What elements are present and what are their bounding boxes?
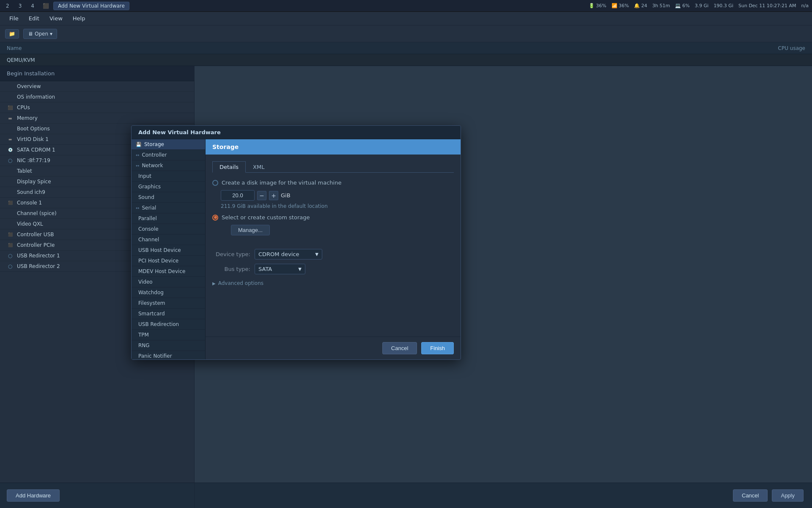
dialog-cancel-button[interactable]: Cancel (382, 342, 417, 354)
panic-nav-label: Panic Notifier (138, 353, 172, 359)
dialog-nav-parallel[interactable]: Parallel (132, 213, 205, 224)
advanced-options-toggle[interactable]: Advanced options (212, 279, 454, 288)
ctrl-usb-icon: ⬛ (7, 231, 14, 238)
dialog-nav-tpm[interactable]: TPM (132, 330, 205, 340)
active-window-label[interactable]: Add New Virtual Hardware (53, 2, 129, 10)
cpu-icon: ⬛ (7, 104, 14, 111)
cdrom-icon: 💿 (7, 146, 14, 153)
dialog-nav-mdev-host[interactable]: MDEV Host Device (132, 266, 205, 277)
storage-nav-icon: 💾 (136, 142, 142, 147)
display-icon (7, 178, 14, 185)
menu-edit[interactable]: Edit (25, 14, 44, 23)
open-btn-label: Open (35, 31, 48, 37)
column-headers: Name CPU usage (0, 42, 812, 54)
create-disk-radio[interactable] (212, 180, 218, 186)
dialog-nav-serial[interactable]: ↔ Serial (132, 203, 205, 213)
dialog-nav-usb-redir[interactable]: USB Redirection (132, 319, 205, 330)
input-nav-label: Input (138, 173, 151, 179)
tab-details[interactable]: Details (212, 161, 246, 173)
controller-nav-label: Controller (142, 152, 167, 158)
dialog-nav-rng[interactable]: RNG (132, 340, 205, 351)
dialog-nav-channel[interactable]: Channel (132, 235, 205, 245)
main-cancel-button[interactable]: Cancel (733, 489, 768, 502)
cpu-icon: 💻 (675, 3, 681, 8)
hw-item-overview[interactable]: Overview (0, 81, 194, 92)
main-btn-row: Cancel Apply (195, 483, 812, 508)
misc-status: n/a (801, 3, 809, 8)
toolbar-open-btn[interactable]: 🖥 Open ▾ (23, 29, 57, 39)
mdev-nav-label: MDEV Host Device (138, 268, 185, 274)
dialog-nav-smartcard[interactable]: Smartcard (132, 309, 205, 319)
hw-label-ctrl-pcie: Controller PCIe (17, 242, 55, 248)
dialog-nav-sound[interactable]: Sound (132, 192, 205, 203)
hw-item-cpus[interactable]: ⬛ CPUs (0, 102, 194, 113)
device-type-select[interactable]: CDROM device ▼ (255, 249, 322, 260)
menu-view[interactable]: View (45, 14, 67, 23)
toolbar: 📁 🖥 Open ▾ (0, 25, 812, 42)
taskbar-tab-2[interactable]: 2 (3, 2, 12, 10)
vm-item-row[interactable]: QEMU/KVM (0, 54, 812, 66)
serial-nav-label: Serial (142, 205, 156, 211)
folder-icon: 📁 (9, 31, 15, 37)
hw-label-cpus: CPUs (17, 105, 30, 110)
dialog-finish-button[interactable]: Finish (421, 342, 454, 354)
bus-type-value: SATA (258, 266, 272, 272)
add-hardware-button[interactable]: Add Hardware (7, 489, 60, 502)
dialog-nav-controller[interactable]: ↔ Controller (132, 150, 205, 160)
hw-item-os-info[interactable]: OS information (0, 92, 194, 102)
dialog-nav-filesystem[interactable]: Filesystem (132, 298, 205, 309)
disk-size-input[interactable] (221, 190, 255, 201)
dialog-content: Storage Details XML Create a disk image … (206, 139, 461, 359)
dialog-nav-watchdog[interactable]: Watchdog (132, 287, 205, 298)
monitor-icon: 🖥 (28, 31, 33, 37)
main-content-area: Begin Installation Overview OS informati… (0, 66, 812, 508)
menu-file[interactable]: File (5, 14, 23, 23)
dialog-nav-console[interactable]: Console (132, 224, 205, 235)
hw-label-nic: NIC :8f:77:19 (17, 157, 50, 163)
network-nav-icon: ↔ (136, 163, 139, 168)
dialog-nav-usb-host[interactable]: USB Host Device (132, 245, 205, 256)
hw-label-os-info: OS information (17, 94, 55, 100)
dialog-nav-panic[interactable]: Panic Notifier (132, 351, 205, 359)
toolbar-icon-btn[interactable]: 📁 (5, 29, 19, 39)
signal-icon: 📶 (612, 3, 617, 8)
dialog-nav-graphics[interactable]: Graphics (132, 182, 205, 192)
disk-size-unit: GiB (281, 192, 291, 199)
taskbar-left: 2 3 4 ⬛ Add New Virtual Hardware (3, 2, 589, 10)
disk-available: 211.9 GiB available in the default locat… (212, 203, 454, 209)
video-qxl-icon (7, 221, 14, 227)
dialog-nav-video[interactable]: Video (132, 277, 205, 287)
manage-button[interactable]: Manage... (231, 225, 270, 235)
hw-item-memory[interactable]: ▬ Memory (0, 113, 194, 124)
taskbar-tab-4[interactable]: 4 (28, 2, 37, 10)
cpu-status: 💻 6% (675, 3, 689, 8)
dialog-nav-storage[interactable]: 💾 Storage (132, 139, 205, 150)
menu-help[interactable]: Help (69, 14, 90, 23)
disk-size-plus[interactable]: + (269, 191, 278, 200)
vm-panel-title: Begin Installation (0, 66, 194, 81)
custom-storage-row: Select or create custom storage (212, 214, 454, 221)
main-apply-button[interactable]: Apply (772, 489, 804, 502)
taskbar-tab-3[interactable]: 3 (16, 2, 25, 10)
pci-host-nav-label: PCI Host Device (138, 258, 178, 264)
dialog-nav-input[interactable]: Input (132, 171, 205, 182)
channel-spice-icon (7, 210, 14, 217)
sound-icon (7, 189, 14, 196)
custom-storage-radio[interactable] (212, 215, 218, 221)
menubar: File Edit View Help (0, 12, 812, 25)
video-nav-label: Video (138, 279, 153, 285)
disk-size-minus[interactable]: − (257, 191, 266, 200)
parallel-nav-label: Parallel (138, 215, 157, 221)
network-nav-label: Network (142, 163, 163, 168)
bus-type-label: Bus type: (212, 266, 250, 272)
dialog-nav-network[interactable]: ↔ Network (132, 160, 205, 171)
tab-xml[interactable]: XML (246, 161, 272, 173)
cpu-column-header: CPU usage (778, 45, 805, 51)
dialog-nav-pci-host[interactable]: PCI Host Device (132, 256, 205, 266)
advanced-options-label: Advanced options (218, 280, 263, 286)
hw-label-console: Console 1 (17, 200, 42, 206)
sound-nav-label: Sound (138, 194, 154, 200)
chevron-down-icon: ▾ (50, 31, 52, 37)
taskbar-divider: ⬛ (43, 3, 49, 9)
bus-type-select[interactable]: SATA ▼ (255, 264, 305, 274)
